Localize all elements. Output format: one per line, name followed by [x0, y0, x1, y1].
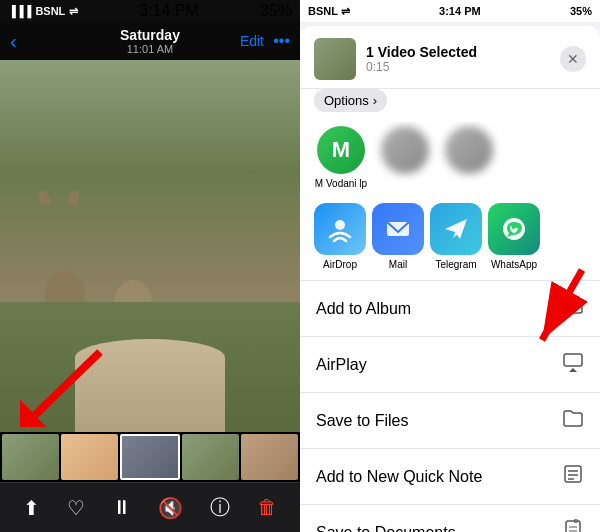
right-time: 3:14 PM	[439, 5, 481, 17]
nav-time: 11:01 AM	[120, 43, 180, 55]
airplay-action[interactable]: AirPlay	[300, 337, 600, 393]
filmstrip[interactable]	[0, 432, 300, 482]
app-airdrop[interactable]: AirDrop	[314, 203, 366, 270]
contact-avatar-1: M	[317, 126, 365, 174]
airplay-icon	[562, 351, 584, 378]
save-to-files-label: Save to Files	[316, 412, 554, 430]
left-panel: ▐▐▐ BSNL ⇌ 3:14 PM 35% ‹ Saturday 11:01 …	[0, 0, 300, 532]
share-button[interactable]: ⬆	[15, 488, 48, 528]
share-title: 1 Video Selected	[366, 44, 550, 60]
favorite-button[interactable]: ♡	[59, 488, 93, 528]
mail-icon	[372, 203, 424, 255]
save-to-files-action[interactable]: Save to Files	[300, 393, 600, 449]
red-arrow-left	[20, 347, 120, 427]
share-header: 1 Video Selected 0:15 ✕	[300, 26, 600, 89]
delete-button[interactable]: 🗑	[249, 488, 285, 527]
close-button[interactable]: ✕	[560, 46, 586, 72]
nav-day: Saturday	[120, 27, 180, 43]
left-carrier: ▐▐▐ BSNL ⇌	[8, 5, 78, 18]
add-quick-note-label: Add to New Quick Note	[316, 468, 554, 486]
app-telegram[interactable]: Telegram	[430, 203, 482, 270]
right-panel: BSNL ⇌ 3:14 PM 35% 1 Video Selected 0:15…	[300, 0, 600, 532]
share-duration: 0:15	[366, 60, 550, 74]
add-to-album-label: Add to Album	[316, 300, 554, 318]
left-status-bar: ▐▐▐ BSNL ⇌ 3:14 PM 35%	[0, 0, 300, 22]
left-wifi-icon: ⇌	[69, 5, 78, 18]
action-list: Add to Album AirPlay	[300, 281, 600, 532]
more-button[interactable]: •••	[273, 32, 290, 50]
share-header-info: 1 Video Selected 0:15	[366, 44, 550, 74]
add-to-album-icon	[562, 295, 584, 322]
right-status-bar: BSNL ⇌ 3:14 PM 35%	[300, 0, 600, 22]
contact-name-1: M Vodani lp	[315, 178, 367, 189]
save-to-documents-icon: D	[562, 519, 584, 532]
mail-label: Mail	[389, 259, 407, 270]
airdrop-label: AirDrop	[323, 259, 357, 270]
app-mail[interactable]: Mail	[372, 203, 424, 270]
contact-avatar-3	[445, 126, 493, 174]
whatsapp-icon	[488, 203, 540, 255]
film-thumb-5[interactable]	[241, 434, 298, 480]
whatsapp-label: WhatsApp	[491, 259, 537, 270]
save-to-files-icon	[562, 407, 584, 434]
telegram-label: Telegram	[435, 259, 476, 270]
svg-marker-4	[445, 219, 467, 239]
svg-marker-12	[569, 368, 577, 372]
svg-line-1	[35, 352, 100, 415]
right-wifi-icon: ⇌	[341, 5, 350, 17]
mute-button[interactable]: 🔇	[150, 488, 191, 528]
options-chevron: ›	[373, 93, 377, 108]
bottom-toolbar: ⬆ ♡ ⏸ 🔇 ⓘ 🗑	[0, 482, 300, 532]
airplay-label: AirPlay	[316, 356, 554, 374]
svg-text:D: D	[574, 519, 579, 524]
left-signal-icon: ▐▐▐	[8, 5, 31, 17]
left-time: 3:14 PM	[139, 2, 199, 20]
left-nav-bar: ‹ Saturday 11:01 AM Edit •••	[0, 22, 300, 60]
right-status-left: BSNL ⇌	[308, 5, 350, 18]
share-sheet: 1 Video Selected 0:15 ✕ Options › M M Vo…	[300, 26, 600, 532]
film-thumb-2[interactable]	[61, 434, 118, 480]
contact-item-2[interactable]	[378, 126, 432, 189]
telegram-icon	[430, 203, 482, 255]
quick-note-icon	[562, 463, 584, 490]
film-thumb-1[interactable]	[2, 434, 59, 480]
pause-button[interactable]: ⏸	[104, 488, 140, 527]
airdrop-icon	[314, 203, 366, 255]
right-battery: 35%	[570, 5, 592, 17]
back-button[interactable]: ‹	[10, 30, 17, 53]
svg-point-2	[335, 220, 345, 230]
contact-item-1[interactable]: M M Vodani lp	[314, 126, 368, 189]
film-thumb-4[interactable]	[182, 434, 239, 480]
contact-item-3[interactable]	[442, 126, 496, 189]
contacts-row: M M Vodani lp	[300, 122, 600, 199]
nav-title: Saturday 11:01 AM	[120, 27, 180, 55]
left-battery: 35%	[260, 2, 292, 20]
info-button[interactable]: ⓘ	[202, 486, 238, 529]
app-whatsapp[interactable]: WhatsApp	[488, 203, 540, 270]
film-thumb-3[interactable]	[120, 434, 181, 480]
video-thumbnail	[314, 38, 356, 80]
save-to-documents-label: Save to Documents	[316, 524, 554, 533]
options-button[interactable]: Options ›	[314, 89, 387, 112]
save-to-documents-action[interactable]: Save to Documents D	[300, 505, 600, 532]
right-carrier: BSNL	[308, 5, 338, 17]
options-label: Options	[324, 93, 369, 108]
apps-row: AirDrop Mail Telegram	[300, 199, 600, 281]
edit-button[interactable]: Edit	[240, 33, 264, 49]
add-to-album-action[interactable]: Add to Album	[300, 281, 600, 337]
contact-avatar-2	[381, 126, 429, 174]
add-quick-note-action[interactable]: Add to New Quick Note	[300, 449, 600, 505]
svg-rect-11	[564, 354, 582, 366]
